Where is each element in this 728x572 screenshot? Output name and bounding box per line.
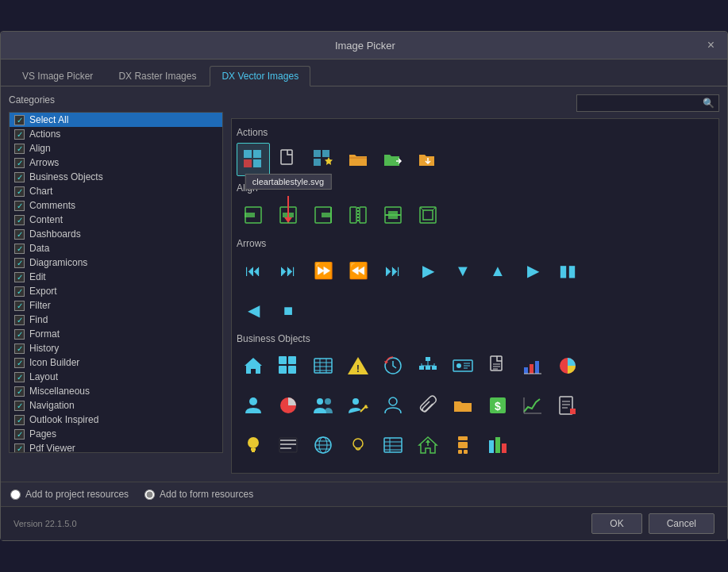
icon-cell-warning[interactable]: !	[341, 349, 375, 382]
cancel-button[interactable]: Cancel	[649, 513, 715, 534]
icon-cell-rewind[interactable]: ⏪	[341, 254, 375, 287]
icon-cell-globe[interactable]	[306, 428, 340, 462]
category-item-miscellaneous[interactable]: Miscellaneous	[10, 384, 222, 398]
icon-cell-data-grid[interactable]	[376, 428, 410, 462]
icon-cell-next[interactable]: ▶	[411, 254, 445, 287]
icon-cell-edit-person[interactable]	[341, 389, 375, 422]
checkbox-content[interactable]	[14, 215, 25, 225]
icon-cell-align-outer[interactable]	[411, 198, 445, 232]
radio-project-resources[interactable]: Add to project resources	[10, 489, 129, 500]
checkbox-arrows[interactable]	[14, 158, 25, 168]
category-item-arrows[interactable]: Arrows	[10, 155, 222, 170]
icon-cell-arrow-down[interactable]: ▼	[446, 254, 480, 287]
icon-cell-list[interactable]	[272, 428, 305, 462]
icon-cell-pie-chart[interactable]	[551, 349, 584, 382]
checkbox-select-all[interactable]	[14, 115, 25, 125]
checkbox-pages[interactable]	[14, 429, 25, 440]
radio-project-input[interactable]	[10, 489, 21, 500]
icon-cell-align-split[interactable]	[341, 198, 375, 232]
checkbox-actions[interactable]	[14, 129, 25, 140]
icon-cell-align-left[interactable]	[237, 198, 270, 232]
category-item-comments[interactable]: Comments	[10, 198, 222, 213]
icon-cell-bars[interactable]	[481, 428, 514, 462]
close-button[interactable]: ×	[704, 38, 718, 52]
checkbox-format[interactable]	[14, 329, 25, 340]
icon-cell-lightbulb[interactable]	[341, 428, 375, 462]
tab-dx-raster-images[interactable]: DX Raster Images	[106, 66, 208, 86]
category-item-filter[interactable]: Filter	[10, 298, 222, 313]
icon-cell-stop[interactable]: ■	[272, 294, 305, 327]
category-item-layout[interactable]: Layout	[10, 370, 222, 384]
category-item-find[interactable]: Find	[10, 313, 222, 327]
checkbox-diagramicons[interactable]	[14, 258, 25, 268]
icon-cell-arrow-up[interactable]: ▲	[481, 254, 514, 287]
icon-cell-org-chart[interactable]	[411, 349, 445, 382]
category-item-content[interactable]: Content	[10, 213, 222, 227]
checkbox-chart[interactable]	[14, 186, 25, 197]
category-item-edit[interactable]: Edit	[10, 270, 222, 284]
icon-cell-skip-start[interactable]: ⏮	[237, 254, 270, 287]
icon-cell-group-persons[interactable]	[306, 389, 340, 422]
icon-cell-paperclip[interactable]	[411, 389, 445, 422]
icon-cell-home[interactable]	[237, 349, 270, 382]
icon-cell-history[interactable]	[376, 349, 410, 382]
icon-cell-bar-chart-flag[interactable]	[516, 349, 549, 382]
checkbox-history[interactable]	[14, 344, 25, 354]
category-item-icon-builder[interactable]: Icon Builder	[10, 355, 222, 370]
icon-cell-person[interactable]	[237, 389, 270, 422]
category-item-data[interactable]: Data	[10, 241, 222, 255]
category-item-chart[interactable]: Chart	[10, 184, 222, 198]
icon-cell-open-folder[interactable]	[341, 143, 375, 176]
category-item-export[interactable]: Export	[10, 284, 222, 298]
icon-cell-dollar[interactable]: $	[481, 389, 514, 422]
checkbox-export[interactable]	[14, 286, 25, 297]
icon-cell-align-center-tooltip[interactable]: cleartablestyle.svg	[272, 198, 305, 232]
category-item-pdf-viewer[interactable]: Pdf Viewer	[10, 441, 222, 453]
checkbox-layout[interactable]	[14, 372, 25, 382]
category-item-history[interactable]: History	[10, 341, 222, 355]
checkbox-outlook-inspired[interactable]	[14, 415, 25, 425]
checkbox-business-objects[interactable]	[14, 172, 25, 182]
checkbox-filter[interactable]	[14, 301, 25, 311]
checkbox-align[interactable]	[14, 144, 25, 154]
checkbox-dashboards[interactable]	[14, 229, 25, 240]
category-item-select-all[interactable]: Select All	[10, 113, 222, 127]
category-item-pages[interactable]: Pages	[10, 427, 222, 441]
icon-cell-person-outline[interactable]	[376, 389, 410, 422]
category-item-diagramicons[interactable]: Diagramicons	[10, 255, 222, 270]
icon-cell-forward[interactable]: ⏩	[306, 254, 340, 287]
icon-cell-new-file[interactable]	[272, 143, 305, 176]
icon-cell-chart-up[interactable]	[516, 389, 549, 422]
icon-cell-spreadsheet[interactable]	[306, 349, 340, 382]
ok-button[interactable]: OK	[591, 513, 641, 534]
icon-cell-arrow-left[interactable]: ◀	[237, 294, 270, 327]
checkbox-find[interactable]	[14, 315, 25, 325]
icon-cell-id-card[interactable]	[446, 349, 480, 382]
checkbox-pdf-viewer[interactable]	[14, 443, 25, 454]
icon-cell-pie-small[interactable]	[272, 389, 305, 422]
radio-form-resources[interactable]: Add to form resources	[144, 489, 253, 500]
icon-cell-play[interactable]: ▶	[516, 254, 549, 287]
tab-vs-image-picker[interactable]: VS Image Picker	[10, 66, 105, 86]
icon-cell-house-upload[interactable]	[411, 428, 445, 462]
icon-cell-grid-star[interactable]	[306, 143, 340, 176]
icon-cell-doc-lines[interactable]	[551, 389, 584, 422]
category-item-outlook-inspired[interactable]: Outlook Inspired	[10, 413, 222, 427]
icon-cell-align-right[interactable]	[306, 198, 340, 232]
category-item-navigation[interactable]: Navigation	[10, 398, 222, 413]
checkbox-navigation[interactable]	[14, 401, 25, 411]
checkbox-icon-builder[interactable]	[14, 358, 25, 368]
category-item-actions[interactable]: Actions	[10, 127, 222, 141]
checkbox-edit[interactable]	[14, 272, 25, 282]
icon-cell-document[interactable]	[481, 349, 514, 382]
checkbox-miscellaneous[interactable]	[14, 386, 25, 397]
search-input[interactable]	[576, 94, 719, 112]
icon-cell-pause[interactable]: ▮▮	[551, 254, 584, 287]
icon-cell-export-folder[interactable]	[411, 143, 445, 176]
icon-cell-bulb[interactable]	[237, 428, 270, 462]
icon-cell-figure[interactable]	[446, 428, 480, 462]
category-item-business-objects[interactable]: Business Objects	[10, 170, 222, 184]
icon-cell-fast-forward[interactable]: ⏭	[272, 254, 305, 287]
icon-cell-grid[interactable]	[237, 143, 270, 176]
category-item-dashboards[interactable]: Dashboards	[10, 227, 222, 241]
